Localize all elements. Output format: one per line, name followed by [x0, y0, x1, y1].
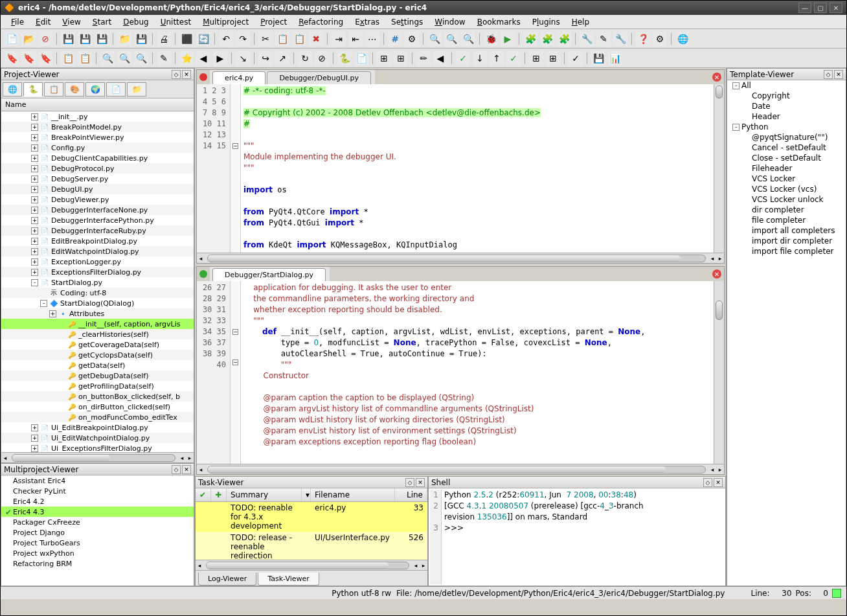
chart-icon[interactable]: 📊 [608, 51, 622, 65]
copy-icon[interactable]: 📋 [275, 32, 289, 46]
tree-item[interactable]: +📄ExceptionsFilterDialog.py [1, 267, 194, 277]
menu-extras[interactable]: Extras [350, 16, 385, 28]
editor-tab-debugui[interactable]: Debugger/DebugUI.py [267, 71, 371, 84]
menu-file[interactable]: File [6, 16, 29, 28]
tree-item[interactable]: +📄BreakPointViewer.py [1, 132, 194, 143]
template-item[interactable]: VCS Locker (vcs) [727, 184, 846, 194]
tool2-icon[interactable]: ✎ [596, 32, 611, 46]
col-line[interactable]: Line [395, 488, 427, 501]
tree-item[interactable]: 示Coding: utf-8 [1, 288, 194, 298]
pv-tab-resources[interactable]: 🎨 [65, 82, 84, 97]
editor-close-icon[interactable]: ✕ [712, 269, 721, 279]
tree-item[interactable]: 🔑on_buttonBox_clicked(self, b [1, 391, 194, 402]
editor-1-vscroll[interactable] [714, 84, 724, 253]
globe-icon[interactable]: 🌐 [675, 32, 690, 46]
tree-item[interactable]: +📄DebuggerInterfaceRuby.py [1, 225, 194, 236]
tree-item[interactable]: +📄Ui_ExceptionsFilterDialog.py [1, 443, 194, 452]
zoom-in-icon[interactable]: 🔍 [100, 51, 115, 65]
star-icon[interactable]: ⭐ [179, 51, 194, 65]
template-item[interactable]: Close - setDefault [727, 153, 846, 163]
undo-icon[interactable]: ↶ [219, 32, 233, 46]
panel-float-icon[interactable]: ◇ [824, 70, 833, 79]
find-icon[interactable]: 🔍 [427, 32, 442, 46]
nav-fwd-icon[interactable]: ▶ [213, 51, 227, 65]
nav-bwd-icon[interactable]: ◀ [196, 51, 210, 65]
template-item[interactable]: @pyqtSignature("") [727, 132, 846, 143]
task-table[interactable]: ✔ ✚ Summary ▾ Filename Line TODO: reenab… [196, 488, 427, 560]
maximize-button[interactable]: ▢ [814, 3, 827, 13]
tree-item[interactable]: 🔑on_dirButton_clicked(self) [1, 402, 194, 412]
template-item[interactable]: import all completers [727, 225, 846, 236]
win2-icon[interactable]: ⊞ [394, 51, 408, 65]
tab-log-viewer[interactable]: Log-Viewer [198, 573, 256, 586]
template-item[interactable]: dir completer [727, 205, 846, 215]
list-item[interactable]: Assistant Eric4 [1, 475, 194, 486]
pv-tab-others[interactable]: 📁 [127, 82, 146, 97]
tree-item[interactable]: +🔹Attributes [1, 308, 194, 319]
unindent-icon[interactable]: ⇤ [348, 32, 363, 46]
zoom-reset-icon[interactable]: 🔍 [134, 51, 148, 65]
menu-edit[interactable]: Edit [30, 16, 56, 28]
save-icon[interactable]: 💾 [61, 32, 75, 46]
menu-debug[interactable]: Debug [118, 16, 153, 28]
panel-float-icon[interactable]: ◇ [172, 70, 181, 79]
template-item[interactable]: import dir completer [727, 236, 846, 246]
panel-close-icon[interactable]: ✕ [182, 70, 191, 79]
tree-item[interactable]: +📄DebugProtocol.py [1, 163, 194, 174]
tool1-icon[interactable]: 🔧 [580, 32, 594, 46]
panel-close-icon[interactable]: ✕ [714, 478, 723, 487]
list-item[interactable]: Project TurboGears [1, 538, 194, 548]
lint-icon[interactable]: ✓ [569, 51, 583, 65]
edit-icon[interactable]: ✎ [157, 51, 171, 65]
shell[interactable]: 1 2 3Python 2.5.2 (r252:60911, Jun 7 200… [429, 488, 725, 586]
template-item[interactable]: VCS Locker [727, 174, 846, 184]
editor-2-code[interactable]: application for debugging. It asks the u… [241, 281, 714, 464]
project-open-icon[interactable]: 📁 [117, 32, 131, 46]
tree-item[interactable]: 🔑__init__(self, caption, argvLis [1, 319, 194, 329]
editor-1-hscroll[interactable]: ◂ ◂▸ [197, 253, 724, 263]
gear-icon[interactable]: ⚙ [405, 32, 419, 46]
tree-item[interactable]: 🔑getCoverageData(self) [1, 339, 194, 350]
multiproject-list[interactable]: Assistant Eric4 Checker PyLint Eric4 4.2… [1, 475, 194, 586]
menu-start[interactable]: Start [87, 16, 117, 28]
menu-project[interactable]: Project [255, 16, 292, 28]
col-filename[interactable]: Filename [311, 488, 395, 501]
stop2-icon[interactable]: ⊘ [315, 51, 329, 65]
table-row[interactable]: TODO: release - reenable redirectionUI/U… [196, 532, 427, 560]
back-icon[interactable]: ◀ [433, 51, 447, 65]
sort-icon[interactable]: ▾ [302, 488, 311, 501]
tree-item[interactable]: +📄DebugClientCapabilities.py [1, 153, 194, 163]
tree-item[interactable]: +📄__init__.py [1, 111, 194, 122]
reload-icon[interactable]: 🔄 [196, 32, 210, 46]
panel-float-icon[interactable]: ◇ [703, 478, 712, 487]
panel-float-icon[interactable]: ◇ [172, 465, 181, 474]
open-file-icon[interactable]: 📂 [21, 32, 36, 46]
run-icon[interactable]: ▶ [501, 32, 515, 46]
redo-icon[interactable]: ↷ [236, 32, 250, 46]
template-item[interactable]: Cancel - setDefault [727, 143, 846, 153]
print-icon[interactable]: 🖨 [157, 32, 171, 46]
save-as-icon[interactable]: 💾 [78, 32, 92, 46]
tree-item[interactable]: +📄DebugViewer.py [1, 194, 194, 205]
tree-item[interactable]: +📄ExceptionLogger.py [1, 257, 194, 267]
plugin-icon[interactable]: 🧩 [523, 32, 537, 46]
py2-icon[interactable]: 📄 [354, 51, 368, 65]
template-group[interactable]: - Python [727, 122, 846, 132]
menu-plugins[interactable]: Plugins [527, 16, 565, 28]
delete-icon[interactable]: ✖ [309, 32, 323, 46]
editor-tab-eric4[interactable]: eric4.py [212, 71, 265, 84]
template-item[interactable]: Copyright [727, 91, 846, 101]
tree-item[interactable]: +📄DebuggerInterfacePython.py [1, 215, 194, 225]
pv-tab-python[interactable]: 🐍 [23, 82, 43, 97]
tree-item[interactable]: 🔑getCyclopsData(self) [1, 350, 194, 360]
tool3-icon[interactable]: 🔧 [613, 32, 627, 46]
py-icon[interactable]: 🐍 [337, 51, 352, 65]
step-in-icon[interactable]: ↘ [236, 51, 250, 65]
editor-2[interactable]: 26 27 28 29 30 31 32 33 34 35 36 37 38 3… [197, 281, 724, 464]
clr-bp-icon[interactable]: 🔖 [38, 51, 52, 65]
minimize-button[interactable]: — [798, 3, 811, 13]
vcs3-icon[interactable]: ↑ [490, 51, 504, 65]
table-row[interactable]: TODO: reenable for 4.3.x developmenteric… [196, 502, 427, 532]
list-item[interactable]: Project wxPython [1, 548, 194, 558]
editor-2-vscroll[interactable] [714, 281, 724, 464]
